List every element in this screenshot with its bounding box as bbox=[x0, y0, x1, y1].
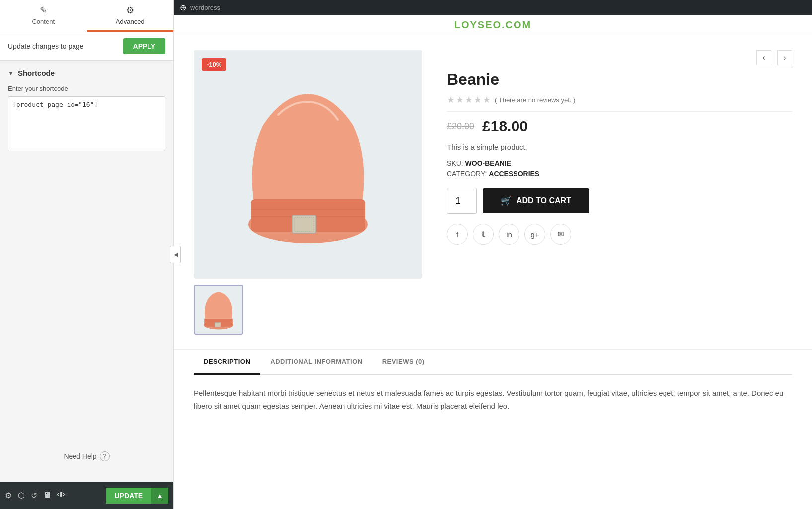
category-label: CATEGORY: bbox=[447, 170, 487, 178]
thumbnail-1[interactable] bbox=[194, 285, 243, 335]
price-old: £20.00 bbox=[447, 121, 474, 132]
responsive-icon[interactable]: 🖥 bbox=[43, 491, 51, 500]
quantity-input[interactable] bbox=[447, 188, 477, 214]
content-icon: ✎ bbox=[40, 5, 47, 16]
product-title: Beanie bbox=[447, 70, 792, 88]
collapse-arrow-icon[interactable]: ▼ bbox=[8, 70, 14, 77]
need-help[interactable]: Need Help ? bbox=[0, 443, 173, 469]
preview-icon[interactable]: 👁 bbox=[57, 491, 65, 500]
product-image-col: -10% bbox=[194, 50, 422, 335]
add-to-cart-row: 🛒 ADD TO CART bbox=[447, 188, 792, 214]
section-header: ▼ Shortcode bbox=[8, 69, 165, 77]
social-row: f 𝕥 in g+ ✉ bbox=[447, 224, 792, 245]
shortcode-title: Shortcode bbox=[18, 69, 55, 77]
wordpress-bar: ⊕ wordpress bbox=[174, 0, 812, 15]
description-text: Pellentesque habitant morbi tristique se… bbox=[194, 387, 792, 412]
product-area: -10% bbox=[174, 35, 812, 349]
facebook-button[interactable]: f bbox=[447, 224, 468, 245]
product-image-svg bbox=[238, 85, 377, 244]
update-bar: Update changes to page APPLY bbox=[0, 32, 173, 61]
star-3: ★ bbox=[465, 94, 473, 105]
bottom-toolbar: ⚙ ⬡ ↺ 🖥 👁 UPDATE ▲ bbox=[0, 482, 173, 509]
wp-logo-icon: ⊕ bbox=[180, 3, 186, 12]
stars-row: ★ ★ ★ ★ ★ ( There are no reviews yet. ) bbox=[447, 94, 792, 105]
wordpress-label: wordpress bbox=[190, 4, 220, 11]
rating-stars: ★ ★ ★ ★ ★ bbox=[447, 94, 491, 105]
price-row: £20.00 £18.00 bbox=[447, 118, 792, 135]
help-icon: ? bbox=[100, 451, 110, 461]
category-value: ACCESSORIES bbox=[489, 170, 539, 178]
update-btn-group: UPDATE ▲ bbox=[106, 488, 168, 504]
product-description: This is a simple product. bbox=[447, 143, 792, 151]
site-header: LOYSEO.COM bbox=[174, 15, 812, 35]
tab-description[interactable]: DESCRIPTION bbox=[194, 350, 260, 375]
collapse-handle[interactable]: ◀ bbox=[170, 246, 181, 263]
discount-badge: -10% bbox=[202, 58, 226, 71]
tabs-section: DESCRIPTION ADDITIONAL INFORMATION REVIE… bbox=[174, 349, 812, 424]
apply-button[interactable]: APPLY bbox=[123, 38, 165, 54]
star-4: ★ bbox=[474, 94, 482, 105]
product-nav: ‹ › bbox=[447, 50, 792, 65]
tab-content-description: Pellentesque habitant morbi tristique se… bbox=[194, 375, 792, 424]
googleplus-button[interactable]: g+ bbox=[524, 224, 545, 245]
category-row: CATEGORY: ACCESSORIES bbox=[447, 170, 792, 178]
linkedin-button[interactable]: in bbox=[499, 224, 519, 245]
cart-icon: 🛒 bbox=[501, 195, 512, 206]
shortcode-section: ▼ Shortcode Enter your shortcode [produc… bbox=[0, 61, 173, 161]
product-tabs: DESCRIPTION ADDITIONAL INFORMATION REVIE… bbox=[194, 350, 792, 375]
tab-bar: ✎ Content ⚙ Advanced bbox=[0, 0, 173, 32]
advanced-icon: ⚙ bbox=[126, 5, 134, 16]
sku-value: WOO-BEANIE bbox=[465, 159, 512, 167]
layers-icon[interactable]: ⬡ bbox=[18, 491, 25, 500]
settings-icon[interactable]: ⚙ bbox=[5, 491, 12, 500]
toolbar-icons: ⚙ ⬡ ↺ 🖥 👁 bbox=[5, 491, 65, 500]
sku-label: SKU: bbox=[447, 159, 463, 167]
product-info-col: ‹ › Beanie ★ ★ ★ ★ ★ ( There are no revi… bbox=[422, 50, 792, 245]
tab-reviews[interactable]: REVIEWS (0) bbox=[372, 350, 435, 375]
need-help-text: Need Help bbox=[64, 452, 96, 460]
shortcode-input[interactable]: [product_page id="16"] bbox=[8, 96, 165, 151]
site-logo: LOYSEO.COM bbox=[178, 19, 808, 31]
add-to-cart-button[interactable]: 🛒 ADD TO CART bbox=[483, 188, 589, 213]
update-button[interactable]: UPDATE bbox=[106, 488, 152, 504]
svg-rect-4 bbox=[292, 215, 316, 233]
shortcode-field-label: Enter your shortcode bbox=[8, 85, 165, 92]
price-new: £18.00 bbox=[482, 118, 528, 135]
thumbnail-row bbox=[194, 285, 422, 335]
left-panel: ✎ Content ⚙ Advanced Update changes to p… bbox=[0, 0, 174, 509]
prev-product-button[interactable]: ‹ bbox=[756, 50, 771, 65]
tab-advanced[interactable]: ⚙ Advanced bbox=[87, 0, 174, 32]
tab-additional[interactable]: ADDITIONAL INFORMATION bbox=[260, 350, 372, 375]
svg-rect-8 bbox=[215, 323, 221, 327]
star-1: ★ bbox=[447, 94, 455, 105]
star-5: ★ bbox=[483, 94, 491, 105]
review-text: ( There are no reviews yet. ) bbox=[495, 96, 575, 104]
tab-content-label: Content bbox=[32, 18, 55, 25]
sku-row: SKU: WOO-BEANIE bbox=[447, 159, 792, 167]
email-button[interactable]: ✉ bbox=[550, 224, 571, 245]
history-icon[interactable]: ↺ bbox=[31, 491, 37, 500]
right-panel: ⊕ wordpress LOYSEO.COM -10% bbox=[174, 0, 812, 509]
divider-1 bbox=[447, 111, 792, 112]
update-bar-text: Update changes to page bbox=[8, 42, 84, 50]
update-arrow-button[interactable]: ▲ bbox=[151, 488, 168, 504]
add-to-cart-label: ADD TO CART bbox=[517, 196, 571, 205]
star-2: ★ bbox=[456, 94, 464, 105]
tab-advanced-label: Advanced bbox=[116, 18, 145, 25]
main-image: -10% bbox=[194, 50, 422, 279]
tab-content[interactable]: ✎ Content bbox=[0, 0, 87, 32]
twitter-button[interactable]: 𝕥 bbox=[473, 224, 494, 245]
next-product-button[interactable]: › bbox=[777, 50, 792, 65]
